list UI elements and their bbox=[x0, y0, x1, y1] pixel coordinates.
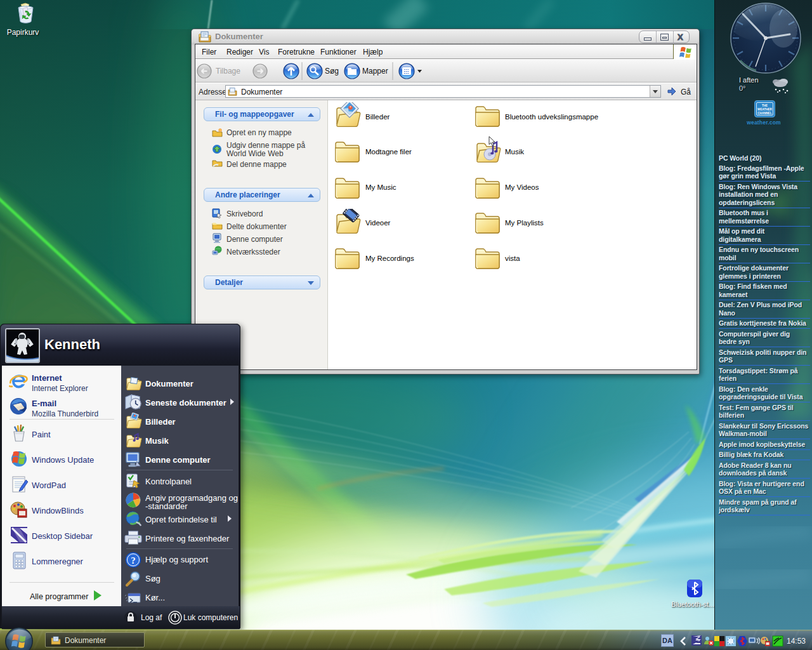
svg-text:?: ? bbox=[131, 555, 136, 566]
